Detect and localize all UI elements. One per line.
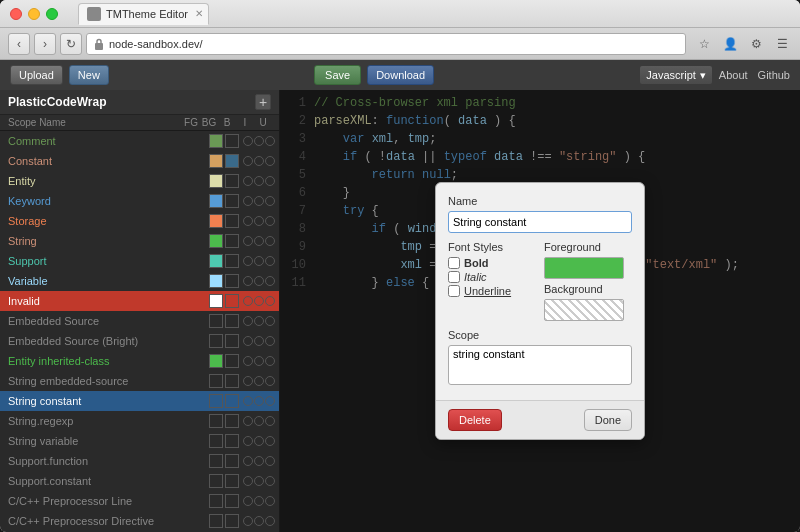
color-col: Foreground Background	[544, 241, 632, 321]
style-dots	[243, 196, 275, 206]
app-toolbar-nav: About Github	[719, 69, 790, 81]
scope-item[interactable]: String	[0, 231, 279, 251]
tab-close-icon[interactable]: ✕	[195, 8, 203, 19]
style-dot	[243, 436, 253, 446]
style-dots	[243, 276, 275, 286]
style-dots	[243, 296, 275, 306]
menu-icon[interactable]: ☰	[772, 34, 792, 54]
tab-label: TMTheme Editor	[106, 8, 188, 20]
save-button[interactable]: Save	[314, 65, 361, 85]
download-button[interactable]: Download	[367, 65, 434, 85]
scope-list[interactable]: CommentConstantEntityKeywordStorageStrin…	[0, 131, 279, 532]
style-dot	[243, 416, 253, 426]
language-label: Javascript	[646, 69, 696, 81]
scope-item-name: Variable	[4, 275, 209, 287]
underline-checkbox[interactable]	[448, 285, 460, 297]
github-link[interactable]: Github	[758, 69, 790, 81]
bookmark-icon[interactable]: ☆	[694, 34, 714, 54]
scope-item-name: Storage	[4, 215, 209, 227]
scope-item[interactable]: Invalid	[0, 291, 279, 311]
scope-item[interactable]: String.regexp	[0, 411, 279, 431]
style-dot	[265, 296, 275, 306]
style-dots	[243, 416, 275, 426]
user-icon[interactable]: 👤	[720, 34, 740, 54]
scope-item[interactable]: Keyword	[0, 191, 279, 211]
fg-swatch	[209, 234, 223, 248]
fg-swatch	[209, 254, 223, 268]
scope-item[interactable]: String embedded-source	[0, 371, 279, 391]
foreground-swatch[interactable]	[544, 257, 624, 279]
bg-swatch	[225, 514, 239, 528]
scope-item[interactable]: Variable	[0, 271, 279, 291]
scope-item[interactable]: Embedded Source (Bright)	[0, 331, 279, 351]
minimize-button[interactable]	[28, 8, 40, 20]
foreground-label: Foreground	[544, 241, 632, 253]
style-dot	[254, 296, 264, 306]
scope-item[interactable]: Support.constant	[0, 471, 279, 491]
fg-swatch	[209, 474, 223, 488]
bg-swatch	[225, 134, 239, 148]
bg-swatch	[225, 194, 239, 208]
style-dots	[243, 476, 275, 486]
scope-item[interactable]: C/C++ Preprocessor Line	[0, 491, 279, 511]
browser-tab[interactable]: TMTheme Editor ✕	[78, 3, 209, 25]
style-dot	[265, 376, 275, 386]
style-dot	[265, 496, 275, 506]
settings-icon[interactable]: ⚙	[746, 34, 766, 54]
refresh-button[interactable]: ↻	[60, 33, 82, 55]
scope-item[interactable]: Support	[0, 251, 279, 271]
style-dots	[243, 436, 275, 446]
style-dot	[265, 336, 275, 346]
bg-swatch	[225, 434, 239, 448]
scope-item[interactable]: Support.function	[0, 451, 279, 471]
scope-item[interactable]: Comment	[0, 131, 279, 151]
new-button[interactable]: New	[69, 65, 109, 85]
bold-checkbox[interactable]	[448, 257, 460, 269]
italic-checkbox[interactable]	[448, 271, 460, 283]
scope-item[interactable]: Constant	[0, 151, 279, 171]
scope-item[interactable]: Embedded Source	[0, 311, 279, 331]
scope-textarea[interactable]	[448, 345, 632, 385]
forward-button[interactable]: ›	[34, 33, 56, 55]
done-button[interactable]: Done	[584, 409, 632, 431]
name-field-label: Name	[448, 195, 632, 207]
upload-button[interactable]: Upload	[10, 65, 63, 85]
bg-swatch	[225, 294, 239, 308]
style-dot	[265, 276, 275, 286]
style-dot	[243, 136, 253, 146]
language-select[interactable]: Javascript ▾	[639, 65, 713, 85]
back-button[interactable]: ‹	[8, 33, 30, 55]
name-input[interactable]	[448, 211, 632, 233]
code-editor[interactable]: 1 // Cross-browser xml parsing 2 parseXM…	[280, 90, 800, 532]
bg-swatch	[225, 354, 239, 368]
address-bar[interactable]: node-sandbox.dev/	[86, 33, 686, 55]
add-scope-button[interactable]: +	[255, 94, 271, 110]
style-dot	[265, 196, 275, 206]
fg-swatch	[209, 194, 223, 208]
scope-item[interactable]: Storage	[0, 211, 279, 231]
style-dot	[243, 376, 253, 386]
style-dots	[243, 156, 275, 166]
style-dot	[254, 456, 264, 466]
style-dots	[243, 236, 275, 246]
fg-swatch	[209, 454, 223, 468]
background-swatch[interactable]	[544, 299, 624, 321]
scope-item[interactable]: Entity	[0, 171, 279, 191]
scope-item[interactable]: String variable	[0, 431, 279, 451]
delete-button[interactable]: Delete	[448, 409, 502, 431]
style-dot	[265, 216, 275, 226]
style-dot	[243, 176, 253, 186]
modal-overlay: Name Font Styles Bold	[280, 90, 800, 532]
bg-swatch	[225, 234, 239, 248]
sidebar-title: PlasticCodeWrap	[8, 95, 106, 109]
style-dots	[243, 336, 275, 346]
modal-body: Name Font Styles Bold	[436, 183, 644, 400]
scope-item[interactable]: C/C++ Preprocessor Directive	[0, 511, 279, 531]
scope-item[interactable]: String constant	[0, 391, 279, 411]
style-dots	[243, 356, 275, 366]
scope-item-name: Support.constant	[4, 475, 209, 487]
about-link[interactable]: About	[719, 69, 748, 81]
scope-item[interactable]: Entity inherited-class	[0, 351, 279, 371]
close-button[interactable]	[10, 8, 22, 20]
maximize-button[interactable]	[46, 8, 58, 20]
